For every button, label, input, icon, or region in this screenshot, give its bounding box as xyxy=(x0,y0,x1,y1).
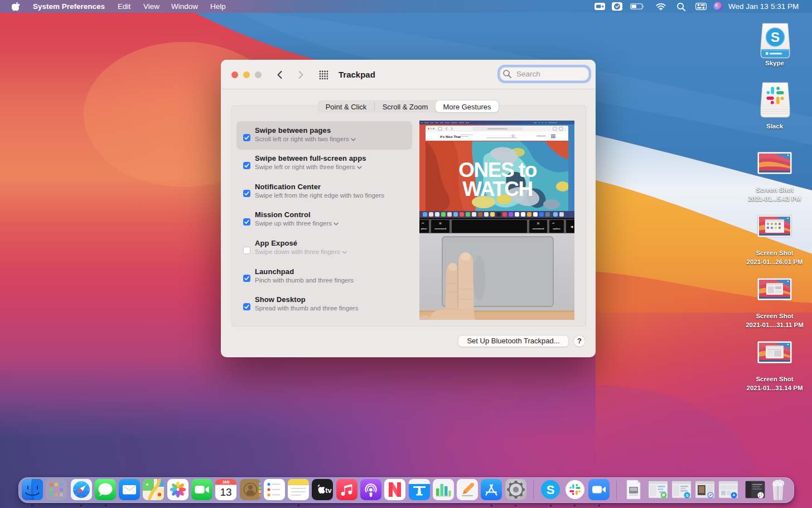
svg-text:JAN: JAN xyxy=(222,480,229,484)
svg-text:WATCH: WATCH xyxy=(462,178,532,200)
svg-text:S: S xyxy=(685,493,689,498)
svg-text:◀: ◀ xyxy=(571,225,573,228)
svg-text:option: option xyxy=(553,227,560,230)
svg-text:command: command xyxy=(533,227,544,230)
svg-text:S: S xyxy=(771,30,780,45)
svg-text:ption: ption xyxy=(421,227,427,230)
svg-text:S: S xyxy=(547,483,555,497)
svg-text:⌘: ⌘ xyxy=(439,222,442,225)
svg-text:tv: tv xyxy=(325,486,332,495)
svg-text:command: command xyxy=(434,227,446,230)
svg-text:⌘: ⌘ xyxy=(537,222,540,225)
svg-text:It's Nice That: It's Nice That xyxy=(440,135,461,138)
svg-text:13: 13 xyxy=(220,486,231,498)
